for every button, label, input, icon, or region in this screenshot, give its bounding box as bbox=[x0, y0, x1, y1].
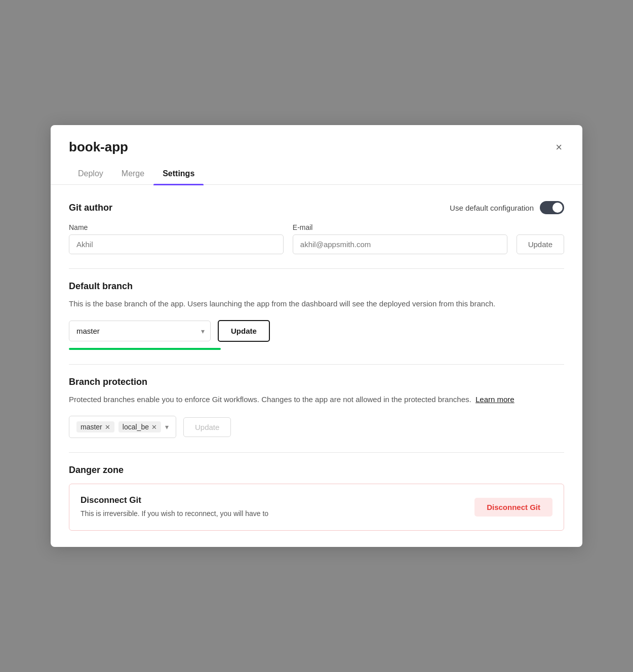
modal-header: book-app × bbox=[51, 125, 582, 155]
tab-deploy[interactable]: Deploy bbox=[69, 164, 112, 184]
use-default-toggle[interactable] bbox=[540, 201, 564, 214]
disconnect-git-description: This is irreversible. If you wish to rec… bbox=[81, 508, 474, 519]
default-branch-update-button[interactable]: Update bbox=[218, 320, 270, 342]
branch-select[interactable]: master bbox=[69, 321, 211, 341]
multi-select-box[interactable]: master ✕ local_be ✕ ▾ bbox=[69, 416, 176, 438]
default-branch-row: master ▾ Update bbox=[69, 320, 564, 342]
disconnect-git-title: Disconnect Git bbox=[81, 495, 474, 505]
tab-settings[interactable]: Settings bbox=[153, 164, 204, 184]
default-branch-section: Default branch This is the base branch o… bbox=[69, 281, 564, 350]
modal: book-app × Deploy Merge Settings Git aut… bbox=[51, 125, 582, 547]
git-author-title: Git author bbox=[69, 203, 112, 213]
tag-local-be-remove-icon[interactable]: ✕ bbox=[151, 424, 157, 430]
tag-master: master ✕ bbox=[76, 421, 114, 432]
close-button[interactable]: × bbox=[553, 140, 564, 155]
divider-1 bbox=[69, 268, 564, 269]
branch-select-wrapper: master ▾ bbox=[69, 321, 211, 341]
branch-protection-update-button[interactable]: Update bbox=[183, 417, 231, 437]
branch-protection-description: Protected branches enable you to enforce… bbox=[69, 393, 564, 406]
divider-3 bbox=[69, 452, 564, 453]
learn-more-link[interactable]: Learn more bbox=[476, 395, 515, 404]
green-progress-bar bbox=[69, 348, 221, 350]
tab-merge[interactable]: Merge bbox=[112, 164, 153, 184]
git-author-header-row: Git author Use default configuration bbox=[69, 201, 564, 214]
danger-zone-title: Danger zone bbox=[69, 465, 124, 475]
branch-protection-section: Branch protection Protected branches ena… bbox=[69, 377, 564, 438]
disconnect-git-box: Disconnect Git This is irreversible. If … bbox=[69, 484, 564, 531]
git-author-update-button[interactable]: Update bbox=[517, 234, 564, 254]
modal-title: book-app bbox=[69, 139, 128, 155]
name-input[interactable] bbox=[69, 234, 284, 254]
danger-zone-section: Danger zone Disconnect Git This is irrev… bbox=[69, 465, 564, 531]
tabs: Deploy Merge Settings bbox=[51, 164, 582, 185]
tag-master-remove-icon[interactable]: ✕ bbox=[105, 424, 110, 430]
branch-protection-title: Branch protection bbox=[69, 377, 147, 387]
name-label: Name bbox=[69, 223, 284, 231]
modal-body: Git author Use default configuration Nam… bbox=[51, 185, 582, 547]
disconnect-git-content: Disconnect Git This is irreversible. If … bbox=[81, 495, 474, 519]
default-branch-title: Default branch bbox=[69, 281, 133, 291]
name-field-group: Name bbox=[69, 223, 284, 254]
use-default-row: Use default configuration bbox=[450, 201, 564, 214]
default-branch-description: This is the base branch of the app. User… bbox=[69, 298, 564, 310]
git-author-section: Git author Use default configuration Nam… bbox=[69, 201, 564, 254]
multi-select-chevron-icon: ▾ bbox=[165, 423, 169, 431]
disconnect-git-button[interactable]: Disconnect Git bbox=[474, 498, 552, 517]
use-default-label: Use default configuration bbox=[450, 204, 534, 212]
git-author-fields: Name E-mail Update bbox=[69, 223, 564, 254]
branch-protection-multi-select: master ✕ local_be ✕ ▾ bbox=[69, 416, 176, 438]
email-field-group: E-mail bbox=[293, 223, 507, 254]
divider-2 bbox=[69, 364, 564, 365]
tag-local-be: local_be ✕ bbox=[118, 421, 161, 432]
email-input[interactable] bbox=[293, 234, 507, 254]
email-label: E-mail bbox=[293, 223, 507, 231]
branch-protection-row: master ✕ local_be ✕ ▾ Update bbox=[69, 416, 564, 438]
